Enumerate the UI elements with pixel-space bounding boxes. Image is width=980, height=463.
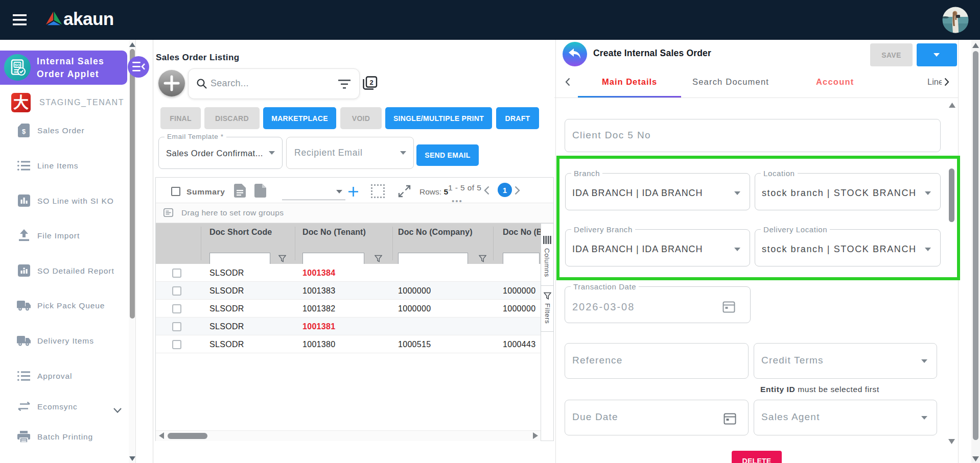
- svg-text:SO: SO: [15, 63, 20, 67]
- svg-text:大: 大: [13, 94, 29, 111]
- svg-text:2: 2: [369, 79, 373, 86]
- svg-text:$: $: [22, 128, 26, 135]
